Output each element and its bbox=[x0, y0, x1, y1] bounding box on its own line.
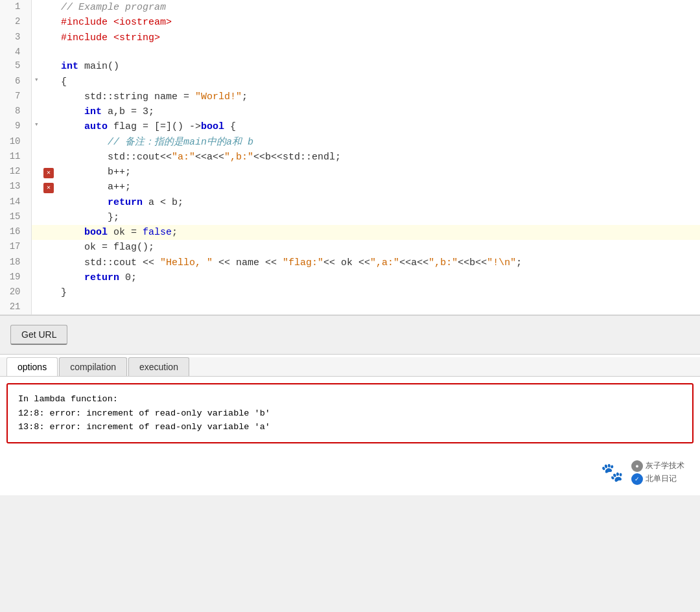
tab-execution[interactable]: execution bbox=[128, 357, 189, 376]
error-indicator bbox=[41, 300, 56, 314]
line-number: 4 bbox=[0, 45, 31, 60]
error-indicator bbox=[41, 135, 56, 150]
code-line: return 0; bbox=[56, 270, 700, 285]
line-number: 19 bbox=[0, 270, 31, 285]
line-number: 11 bbox=[0, 150, 31, 165]
code-line: #include <string> bbox=[56, 30, 700, 45]
line-number: 21 bbox=[0, 300, 31, 314]
line-number: 6 bbox=[0, 75, 31, 89]
line-number: 17 bbox=[0, 240, 31, 255]
code-line: auto flag = [=]() ->bool { bbox=[56, 119, 700, 134]
code-line: a++; bbox=[56, 180, 700, 194]
line-arrow bbox=[31, 210, 41, 225]
output-line: 12:8: error: increment of read-only vari… bbox=[18, 406, 682, 421]
output-line: In lambda function: bbox=[18, 392, 682, 406]
error-indicator bbox=[41, 150, 56, 165]
toolbar: Get URL bbox=[0, 315, 700, 355]
error-indicator bbox=[41, 210, 56, 225]
code-table: 1// Example program2#include <iostream>3… bbox=[0, 0, 700, 314]
watermark-area: 🐾 ● 灰子学技术 ✓ 北单日记 bbox=[0, 450, 700, 495]
code-line: return a < b; bbox=[56, 195, 700, 210]
error-indicator bbox=[41, 89, 56, 104]
error-indicator bbox=[41, 75, 56, 89]
code-line: std::cout << "Hello, " << name << "flag:… bbox=[56, 255, 700, 270]
watermark-logo: ● 灰子学技术 ✓ 北单日记 bbox=[631, 460, 684, 485]
line-number: 8 bbox=[0, 104, 31, 119]
error-indicator bbox=[41, 285, 56, 300]
output-line: 13:8: error: increment of read-only vari… bbox=[18, 420, 682, 434]
line-number: 18 bbox=[0, 255, 31, 270]
watermark-line2: ✓ 北单日记 bbox=[631, 473, 677, 485]
error-indicator bbox=[41, 270, 56, 285]
line-number: 15 bbox=[0, 210, 31, 225]
line-arrow bbox=[31, 285, 41, 300]
code-line: }; bbox=[56, 210, 700, 225]
tab-compilation[interactable]: compilation bbox=[59, 357, 127, 376]
error-indicator bbox=[41, 255, 56, 270]
line-number: 5 bbox=[0, 59, 31, 74]
line-number: 3 bbox=[0, 30, 31, 45]
line-arrow: ▾ bbox=[31, 119, 41, 134]
error-indicator bbox=[41, 0, 56, 15]
code-line bbox=[56, 45, 700, 60]
code-line: std::cout<<"a:"<<a<<",b:"<<b<<std::endl; bbox=[56, 150, 700, 165]
line-arrow bbox=[31, 45, 41, 60]
line-arrow: ▾ bbox=[31, 75, 41, 89]
line-arrow bbox=[31, 180, 41, 194]
error-indicator bbox=[41, 15, 56, 30]
line-number: 1 bbox=[0, 0, 31, 15]
error-indicator bbox=[41, 30, 56, 45]
watermark-icon: 🐾 bbox=[601, 462, 624, 484]
line-arrow bbox=[31, 150, 41, 165]
line-arrow bbox=[31, 89, 41, 104]
line-arrow bbox=[31, 255, 41, 270]
code-line: // Example program bbox=[56, 0, 700, 15]
code-line: { bbox=[56, 75, 700, 89]
line-arrow bbox=[31, 240, 41, 255]
tabs-bar: optionscompilationexecution bbox=[0, 357, 700, 377]
code-line: bool ok = false; bbox=[56, 225, 700, 240]
output-panel: In lambda function:12:8: error: incremen… bbox=[6, 383, 694, 443]
blue-icon: ✓ bbox=[631, 473, 643, 485]
error-indicator bbox=[41, 45, 56, 60]
error-indicator bbox=[41, 104, 56, 119]
code-line: #include <iostream> bbox=[56, 15, 700, 30]
error-indicator bbox=[41, 195, 56, 210]
line-arrow bbox=[31, 104, 41, 119]
line-number: 7 bbox=[0, 89, 31, 104]
code-line: } bbox=[56, 285, 700, 300]
code-line: std::string name = "World!"; bbox=[56, 89, 700, 104]
line-arrow bbox=[31, 135, 41, 150]
code-line: b++; bbox=[56, 165, 700, 180]
code-line bbox=[56, 300, 700, 314]
tab-options[interactable]: options bbox=[6, 357, 58, 376]
error-indicator: ✕ bbox=[41, 180, 56, 194]
code-line: // 备注：指的是main中的a和 b bbox=[56, 135, 700, 150]
code-line: ok = flag(); bbox=[56, 240, 700, 255]
line-arrow bbox=[31, 225, 41, 240]
line-arrow bbox=[31, 0, 41, 15]
line-number: 9 bbox=[0, 119, 31, 134]
line-arrow bbox=[31, 300, 41, 314]
gray-icon: ● bbox=[631, 460, 643, 472]
line-arrow bbox=[31, 165, 41, 180]
line-number: 16 bbox=[0, 225, 31, 240]
line-arrow bbox=[31, 15, 41, 30]
code-line: int main() bbox=[56, 59, 700, 74]
line-number: 13 bbox=[0, 180, 31, 194]
error-indicator bbox=[41, 225, 56, 240]
main-container: 1// Example program2#include <iostream>3… bbox=[0, 0, 700, 495]
error-indicator: ✕ bbox=[41, 165, 56, 180]
line-number: 20 bbox=[0, 285, 31, 300]
get-url-button[interactable]: Get URL bbox=[10, 325, 67, 345]
line-arrow bbox=[31, 270, 41, 285]
line-arrow bbox=[31, 59, 41, 74]
line-number: 2 bbox=[0, 15, 31, 30]
line-arrow bbox=[31, 30, 41, 45]
code-line: int a,b = 3; bbox=[56, 104, 700, 119]
line-number: 14 bbox=[0, 195, 31, 210]
error-indicator bbox=[41, 119, 56, 134]
error-indicator bbox=[41, 59, 56, 74]
line-number: 10 bbox=[0, 135, 31, 150]
line-number: 12 bbox=[0, 165, 31, 180]
